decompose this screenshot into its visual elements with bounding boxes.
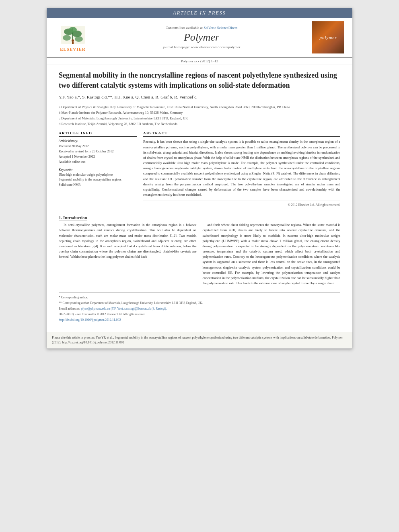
sciverse-line: Contents lists available at SciVerse Sci… — [91, 26, 312, 30]
introduction-text: In semi-crystalline polymers, entangleme… — [59, 222, 340, 288]
affiliation-b: b Max-Planck-Institute for Polymer Resea… — [59, 110, 340, 115]
svg-point-7 — [72, 39, 74, 42]
article-info-title: ARTICLE INFO — [59, 131, 137, 137]
received-date: Received 20 May 2012 — [59, 144, 137, 149]
intro-col-left: In semi-crystalline polymers, entangleme… — [59, 222, 197, 288]
affiliation-a: a Department of Physics & Shanghai Key L… — [59, 105, 340, 110]
introduction-section: 1. Introduction In semi-crystalline poly… — [59, 215, 340, 288]
footnote-doi: http://dx.doi.org/10.1016/j.polymer.2012… — [59, 318, 340, 323]
email-label: E-mail addresses: — [59, 307, 80, 310]
elsevier-logo: ELSEVIER — [55, 24, 91, 51]
svg-rect-8 — [72, 42, 74, 44]
accepted-date: Accepted 1 November 2012 — [59, 154, 137, 160]
article-info-column: ARTICLE INFO Article history: Received 2… — [59, 131, 137, 207]
abstract-column: ABSTRACT Recently, it has been shown tha… — [143, 131, 340, 207]
history-title: Article history: — [59, 139, 137, 143]
sciverse-link[interactable]: SciVerse ScienceDirect — [204, 26, 237, 30]
article-in-press-banner: ARTICLE IN PRESS — [47, 8, 352, 18]
keyword-1: Ultra-high molecular weight polyethylene — [59, 173, 137, 178]
journal-header: ELSEVIER Contents lists available at Sci… — [47, 18, 352, 58]
svg-point-5 — [75, 36, 83, 42]
introduction-heading: 1. Introduction — [59, 215, 340, 220]
intro-para-1: In semi-crystalline polymers, entangleme… — [59, 222, 197, 259]
journal-homepage: journal homepage: www.elsevier.com/locat… — [91, 45, 312, 49]
footnotes: * Corresponding author. ** Corresponding… — [59, 292, 340, 323]
journal-name: Polymer — [91, 31, 312, 43]
footnote-issn: 0032-3861/$ – see front matter © 2012 El… — [59, 312, 340, 317]
svg-point-6 — [69, 27, 77, 33]
polymer-logo-text: polymer — [319, 35, 337, 40]
keywords-title: Keywords: — [59, 168, 137, 172]
intro-para-2: and forth where chain folding represents… — [203, 222, 341, 286]
available-date: Available online xxx — [59, 160, 137, 165]
authors-line: Y.F. Yao a,*, S. Rastogi c,d,**, H.J. Xu… — [59, 94, 340, 99]
keyword-3: Solid-state NMR — [59, 183, 137, 188]
journal-center-info: Contents lists available at SciVerse Sci… — [91, 26, 312, 49]
footnote-corresponding-2: ** Corresponding author. Department of M… — [59, 301, 340, 306]
keyword-2: Segmental mobility in the noncrystalline… — [59, 177, 137, 183]
email-1[interactable]: yfyao@phy.ecnu.edu.cn (Y.F. Yao), — [81, 307, 123, 310]
section-divider — [59, 211, 340, 211]
info-abstract-section: ARTICLE INFO Article history: Received 2… — [59, 131, 340, 207]
polymer-logo-box: polymer — [312, 21, 344, 53]
section-title-text: Introduction — [63, 215, 87, 220]
page-reference: Polymer xxx (2012) 1–12 — [47, 58, 352, 64]
footnote-corresponding-1: * Corresponding author. — [59, 295, 340, 300]
svg-point-4 — [63, 35, 71, 41]
article-title: Segmental mobility in the noncrystalline… — [59, 70, 340, 90]
article-content: Segmental mobility in the noncrystalline… — [47, 64, 352, 328]
citation-footer: Please cite this article in press as: Ya… — [47, 332, 352, 349]
copyright-notice: © 2012 Elsevier Ltd. All rights reserved… — [143, 201, 340, 207]
banner-text: ARTICLE IN PRESS — [173, 10, 226, 16]
abstract-title: ABSTRACT — [143, 131, 340, 137]
affiliation-d: d Research Institute, Teijin Aramid, Vel… — [59, 121, 340, 127]
abstract-text: Recently, it has been shown that using a… — [143, 139, 340, 197]
affiliation-c: c Department of Materials, Loughborough … — [59, 116, 340, 121]
article-page: ARTICLE IN PRESS ELSEVIER — [47, 8, 352, 349]
affiliations: a Department of Physics & Shanghai Key L… — [59, 102, 340, 126]
elsevier-tree-icon — [59, 24, 87, 46]
email-2[interactable]: s.rastogi@lboro.ac.uk (S. Rastogi). — [124, 307, 167, 310]
intro-col-right: and forth where chain folding represents… — [203, 222, 341, 288]
footnote-emails: E-mail addresses: yfyao@phy.ecnu.edu.cn … — [59, 306, 340, 311]
elsevier-text: ELSEVIER — [60, 47, 86, 51]
doi-link[interactable]: http://dx.doi.org/10.1016/j.polymer.2012… — [59, 318, 121, 322]
revised-date: Received in revised form 26 October 2012 — [59, 149, 137, 154]
